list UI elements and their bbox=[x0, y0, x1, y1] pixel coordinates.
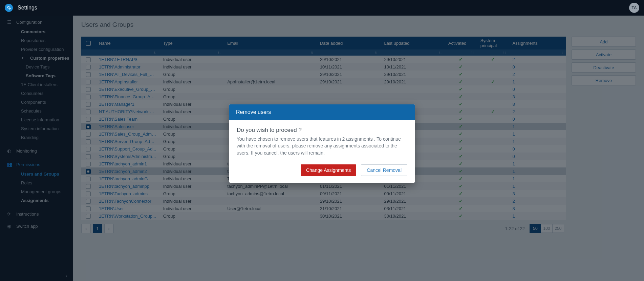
gear-icon bbox=[6, 5, 11, 10]
modal-question: Do you wish to proceed ? bbox=[237, 127, 407, 134]
user-avatar[interactable]: TA bbox=[629, 3, 639, 13]
modal-title: Remove users bbox=[229, 104, 415, 120]
cancel-removal-button[interactable]: Cancel Removal bbox=[361, 164, 407, 176]
modal-overlay: Remove users Do you wish to proceed ? Yo… bbox=[0, 16, 644, 281]
remove-users-modal: Remove users Do you wish to proceed ? Yo… bbox=[229, 104, 415, 183]
change-assignments-button[interactable]: Change Assignments bbox=[301, 164, 356, 176]
topbar: Settings TA bbox=[0, 0, 644, 16]
modal-message: You have chosen to remove users that fea… bbox=[237, 136, 407, 156]
app-logo bbox=[5, 4, 13, 12]
app-title: Settings bbox=[18, 5, 37, 11]
